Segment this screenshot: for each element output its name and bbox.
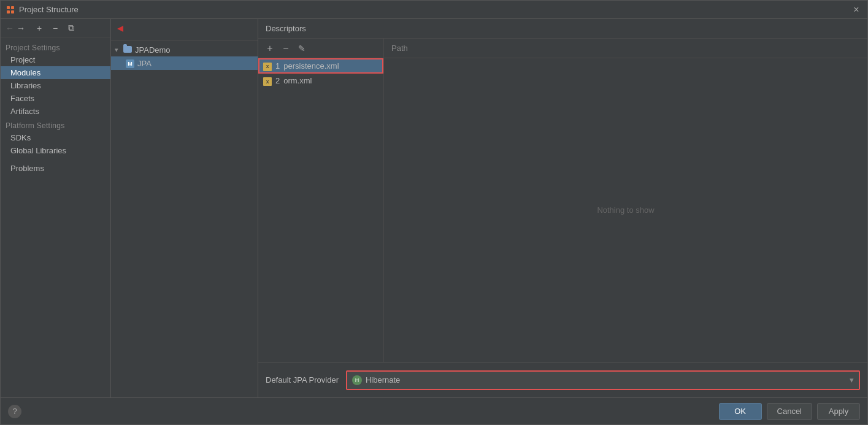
descriptors-toolbar: + − ✎ bbox=[258, 39, 383, 58]
forward-button[interactable]: → bbox=[17, 23, 25, 33]
content-area: Descriptors + − ✎ X bbox=[258, 19, 867, 397]
desc-item-2-num: 2 bbox=[275, 76, 280, 85]
nothing-to-show: Nothing to show bbox=[384, 58, 867, 362]
global-libraries-label: Global Libraries bbox=[10, 146, 66, 155]
sidebar-add-button[interactable]: + bbox=[33, 21, 46, 35]
descriptors-content: + − ✎ X 1 persistence.xml X bbox=[258, 39, 867, 362]
sidebar-tree: Project Settings Project Modules Librari… bbox=[1, 37, 110, 397]
facets-label: Facets bbox=[10, 94, 34, 103]
sidebar-item-artifacts[interactable]: Artifacts bbox=[1, 105, 110, 118]
module-tree-panel: ▾ JPADemo M JPA bbox=[111, 19, 258, 397]
sidebar-item-modules[interactable]: Modules bbox=[1, 66, 110, 79]
path-label: Path bbox=[391, 44, 408, 53]
module-toolbar bbox=[111, 19, 258, 41]
jpa-provider-value: Hibernate bbox=[366, 375, 400, 385]
descriptors-right-panel: Path Nothing to show bbox=[384, 39, 867, 362]
descriptors-list-panel: + − ✎ X 1 persistence.xml X bbox=[258, 39, 384, 362]
desc-item-2[interactable]: X 2 orm.xml bbox=[258, 74, 383, 89]
apply-button[interactable]: Apply bbox=[817, 403, 860, 420]
desc-edit-button[interactable]: ✎ bbox=[295, 42, 309, 55]
sidebar-copy-button[interactable]: ⧉ bbox=[64, 21, 78, 35]
sdks-label: SDKs bbox=[10, 133, 31, 142]
project-settings-label: Project Settings bbox=[1, 40, 110, 53]
sidebar-item-facets[interactable]: Facets bbox=[1, 92, 110, 105]
sidebar-item-sdks[interactable]: SDKs bbox=[1, 131, 110, 144]
red-arrow-indicator bbox=[115, 23, 126, 36]
libraries-label: Libraries bbox=[10, 81, 41, 90]
cancel-button[interactable]: Cancel bbox=[767, 403, 812, 420]
module-tree-root[interactable]: ▾ JPADemo bbox=[111, 44, 258, 56]
desc-item-1-icon: X bbox=[263, 61, 272, 71]
sidebar-item-global-libraries[interactable]: Global Libraries bbox=[1, 144, 110, 157]
project-structure-dialog: Project Structure × ← → + − ⧉ Project Se… bbox=[0, 0, 868, 425]
project-label: Project bbox=[10, 55, 35, 64]
module-tree: ▾ JPADemo M JPA bbox=[111, 41, 258, 397]
module-root-label: JPADemo bbox=[135, 45, 171, 55]
dialog-footer: ? OK Cancel Apply bbox=[1, 397, 867, 424]
svg-rect-3 bbox=[11, 10, 14, 13]
svg-rect-2 bbox=[7, 10, 10, 13]
jpa-provider-label: Default JPA Provider bbox=[266, 375, 339, 385]
title-bar: Project Structure × bbox=[1, 1, 867, 19]
jpa-provider-section: Default JPA Provider H Hibernate ▾ bbox=[258, 362, 867, 397]
jpa-provider-dropdown[interactable]: H Hibernate ▾ bbox=[346, 370, 860, 390]
platform-settings-label: Platform Settings bbox=[1, 118, 110, 131]
svg-rect-1 bbox=[11, 6, 14, 9]
sidebar-item-libraries[interactable]: Libraries bbox=[1, 79, 110, 92]
help-button[interactable]: ? bbox=[8, 405, 21, 418]
modules-label: Modules bbox=[10, 68, 40, 77]
module-icon: M bbox=[126, 58, 134, 68]
descriptors-header: Descriptors bbox=[258, 19, 867, 39]
desc-item-2-icon: X bbox=[263, 76, 272, 86]
tree-expand-arrow: ▾ bbox=[115, 46, 122, 54]
module-jpa-label: JPA bbox=[137, 59, 152, 68]
desc-item-1[interactable]: X 1 persistence.xml bbox=[258, 58, 383, 74]
dropdown-arrow-icon: ▾ bbox=[850, 375, 854, 385]
desc-item-2-name: orm.xml bbox=[283, 76, 312, 85]
back-button[interactable]: ← bbox=[6, 23, 14, 33]
svg-rect-0 bbox=[7, 6, 10, 9]
sidebar-remove-button[interactable]: − bbox=[48, 21, 62, 35]
sidebar: ← → + − ⧉ Project Settings Project Modul… bbox=[1, 19, 111, 397]
folder-icon bbox=[123, 45, 132, 55]
hibernate-icon: H bbox=[352, 375, 362, 385]
sidebar-item-problems[interactable]: Problems bbox=[1, 162, 110, 175]
main-content: ← → + − ⧉ Project Settings Project Modul… bbox=[1, 19, 867, 397]
sidebar-item-project[interactable]: Project bbox=[1, 53, 110, 66]
path-header: Path bbox=[384, 39, 867, 58]
dialog-title: Project Structure bbox=[19, 5, 850, 14]
close-button[interactable]: × bbox=[850, 4, 862, 16]
problems-label: Problems bbox=[10, 164, 44, 173]
desc-add-button[interactable]: + bbox=[263, 42, 277, 55]
artifacts-label: Artifacts bbox=[10, 107, 39, 116]
ok-button[interactable]: OK bbox=[719, 403, 762, 420]
app-icon bbox=[6, 5, 15, 15]
desc-item-1-num: 1 bbox=[275, 61, 280, 71]
desc-item-1-name: persistence.xml bbox=[283, 61, 339, 71]
svg-marker-4 bbox=[117, 26, 123, 32]
sidebar-nav: ← → + − ⧉ bbox=[1, 19, 110, 37]
nav-arrows: ← → bbox=[1, 23, 30, 33]
module-tree-jpa[interactable]: M JPA bbox=[111, 56, 258, 70]
desc-remove-button[interactable]: − bbox=[279, 42, 293, 55]
descriptors-title: Descriptors bbox=[266, 24, 306, 33]
